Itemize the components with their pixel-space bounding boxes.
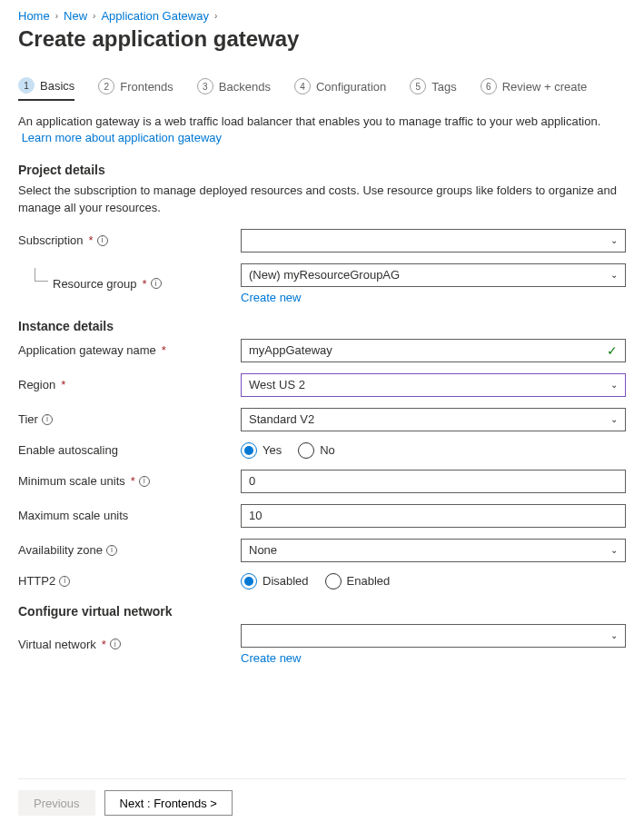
breadcrumb-application-gateway[interactable]: Application Gateway (101, 9, 209, 23)
breadcrumb-new[interactable]: New (64, 9, 87, 23)
availability-zone-select[interactable]: None ⌄ (241, 539, 626, 562)
chevron-down-icon: ⌄ (610, 630, 618, 640)
tab-tags[interactable]: 5 Tags (410, 77, 456, 101)
info-icon[interactable]: i (42, 414, 53, 425)
tab-number-icon: 2 (98, 78, 114, 94)
chevron-down-icon: ⌄ (610, 235, 618, 245)
radio-dot-icon (298, 442, 314, 459)
tier-label: Tier i (18, 412, 241, 426)
region-label: Region* (18, 378, 241, 391)
previous-button: Previous (18, 790, 95, 816)
subscription-select[interactable]: ⌄ (241, 229, 626, 253)
wizard-footer: Previous Next : Frontends > (18, 778, 626, 816)
tab-number-icon: 1 (18, 77, 35, 94)
radio-dot-icon (241, 442, 257, 459)
tab-label: Configuration (316, 80, 386, 94)
vnet-heading: Configure virtual network (18, 604, 626, 619)
intro-description: An application gateway is a web traffic … (18, 114, 600, 128)
http2-disabled-radio[interactable]: Disabled (241, 573, 309, 589)
radio-dot-icon (241, 573, 257, 589)
gateway-name-label: Application gateway name* (18, 343, 241, 357)
min-units-label: Minimum scale units* i (18, 474, 241, 488)
resource-group-select[interactable]: (New) myResourceGroupAG ⌄ (241, 263, 626, 287)
tab-label: Backends (219, 80, 271, 94)
instance-details-heading: Instance details (18, 319, 626, 333)
wizard-tabs: 1 Basics 2 Frontends 3 Backends 4 Config… (18, 77, 626, 101)
tab-number-icon: 4 (294, 78, 311, 94)
tab-basics[interactable]: 1 Basics (18, 77, 74, 101)
resource-group-label: Resource group* i (18, 277, 241, 291)
tab-backends[interactable]: 3 Backends (197, 77, 271, 101)
autoscaling-yes-radio[interactable]: Yes (241, 442, 282, 459)
chevron-down-icon: ⌄ (610, 380, 618, 390)
checkmark-icon: ✓ (607, 343, 618, 358)
tier-select[interactable]: Standard V2 ⌄ (241, 408, 626, 431)
max-units-label: Maximum scale units (18, 509, 241, 522)
chevron-down-icon: ⌄ (610, 545, 618, 555)
project-details-desc: Select the subscription to manage deploy… (18, 183, 626, 215)
tab-frontends[interactable]: 2 Frontends (98, 77, 173, 101)
http2-label: HTTP2 i (18, 574, 241, 588)
tab-label: Basics (40, 79, 74, 93)
chevron-right-icon: › (93, 11, 95, 21)
chevron-down-icon: ⌄ (610, 414, 618, 424)
info-icon[interactable]: i (139, 476, 150, 487)
info-icon[interactable]: i (110, 639, 121, 649)
info-icon[interactable]: i (59, 576, 70, 587)
create-new-resource-group-link[interactable]: Create new (241, 291, 626, 304)
max-units-input[interactable]: 10 (241, 504, 626, 528)
autoscaling-label: Enable autoscaling (18, 443, 241, 457)
page-title: Create application gateway (18, 26, 626, 52)
info-icon[interactable]: i (97, 235, 108, 246)
subscription-label: Subscription* i (18, 233, 241, 247)
tab-number-icon: 3 (197, 78, 213, 94)
info-icon[interactable]: i (151, 278, 162, 289)
tab-label: Review + create (502, 80, 588, 94)
learn-more-link[interactable]: Learn more about application gateway (22, 131, 222, 144)
tab-label: Frontends (120, 80, 173, 94)
autoscaling-no-radio[interactable]: No (298, 442, 335, 459)
gateway-name-input[interactable]: myAppGateway ✓ (241, 339, 626, 362)
availability-zone-label: Availability zone i (18, 543, 241, 557)
tab-configuration[interactable]: 4 Configuration (294, 77, 386, 101)
intro-text: An application gateway is a web traffic … (18, 114, 626, 146)
region-select[interactable]: West US 2 ⌄ (241, 373, 626, 397)
chevron-down-icon: ⌄ (610, 270, 618, 280)
project-details-heading: Project details (18, 163, 626, 177)
tab-number-icon: 5 (410, 78, 426, 94)
breadcrumb: Home › New › Application Gateway › (18, 9, 626, 23)
create-new-vnet-link[interactable]: Create new (241, 651, 626, 665)
breadcrumb-home[interactable]: Home (18, 9, 50, 23)
min-units-input[interactable]: 0 (241, 470, 626, 493)
virtual-network-label: Virtual network* i (18, 638, 241, 651)
tab-number-icon: 6 (481, 78, 497, 94)
tab-review-create[interactable]: 6 Review + create (481, 77, 588, 101)
radio-dot-icon (325, 573, 342, 589)
info-icon[interactable]: i (106, 545, 117, 556)
http2-enabled-radio[interactable]: Enabled (325, 573, 391, 589)
chevron-right-icon: › (214, 11, 217, 21)
next-button[interactable]: Next : Frontends > (104, 790, 233, 816)
virtual-network-select[interactable]: ⌄ (241, 624, 626, 648)
tab-label: Tags (431, 80, 456, 94)
chevron-right-icon: › (55, 11, 58, 21)
